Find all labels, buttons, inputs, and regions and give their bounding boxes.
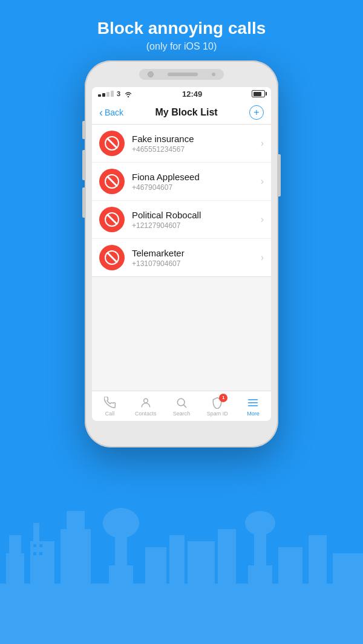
svg-rect-2 [9, 535, 21, 553]
svg-rect-15 [254, 523, 266, 584]
item-text: Political Robocall +12127904607 [132, 210, 256, 230]
blocked-icon [105, 174, 119, 189]
tab-spamid-label: Spam ID [207, 411, 228, 417]
blocked-icon [105, 212, 119, 227]
svg-rect-17 [278, 547, 302, 584]
navigation-bar: ‹ Back My Block List + [92, 100, 271, 125]
list-item[interactable]: Telemarketer +13107904607 › [92, 239, 271, 277]
status-left: 3 [98, 90, 132, 97]
wifi-icon [124, 91, 132, 97]
item-name: Fake insurance [132, 134, 256, 144]
add-icon: + [253, 108, 259, 117]
svg-rect-12 [188, 541, 215, 584]
block-icon [99, 245, 125, 270]
chevron-right-icon: › [261, 252, 264, 263]
contacts-icon [139, 396, 152, 409]
svg-rect-10 [145, 547, 166, 584]
status-bar: 3 12:49 [92, 87, 271, 100]
item-text: Fiona Appleseed +467904607 [132, 172, 256, 192]
phone-mockup: 3 12:49 [85, 60, 278, 447]
blocked-icon [105, 250, 119, 265]
status-time: 12:49 [182, 89, 202, 99]
item-text: Fake insurance +465551234567 [132, 134, 256, 154]
item-text: Telemarketer +13107904607 [132, 248, 256, 268]
back-chevron-icon: ‹ [99, 107, 103, 118]
svg-rect-22 [33, 552, 36, 555]
svg-rect-1 [6, 553, 24, 584]
add-button[interactable]: + [249, 105, 264, 120]
item-name: Political Robocall [132, 210, 256, 220]
tab-call-label: Call [105, 411, 115, 417]
front-camera [148, 71, 154, 77]
blocked-icon [105, 136, 119, 151]
item-number: +465551234567 [132, 145, 256, 154]
item-number: +467904607 [132, 183, 256, 192]
tab-bar: Call Contacts [92, 391, 271, 421]
tab-contacts[interactable]: Contacts [128, 396, 163, 417]
chevron-right-icon: › [261, 138, 264, 149]
volume-up-button [82, 150, 85, 180]
shield-icon: 1 [211, 396, 224, 409]
volume-down-button [82, 187, 85, 218]
item-name: Fiona Appleseed [132, 172, 256, 182]
svg-rect-20 [33, 544, 36, 547]
tab-search-label: Search [173, 411, 191, 417]
battery-icon [252, 90, 265, 97]
svg-rect-9 [109, 565, 133, 584]
svg-rect-8 [115, 523, 127, 584]
tab-call[interactable]: Call [92, 396, 128, 417]
header-subtitle: (only for iOS 10) [12, 41, 351, 52]
tab-more-label: More [247, 411, 260, 417]
svg-rect-16 [248, 565, 272, 584]
phone-screen: 3 12:49 [92, 87, 271, 421]
svg-point-7 [103, 508, 139, 538]
svg-rect-21 [39, 544, 42, 547]
chevron-right-icon: › [261, 214, 264, 225]
block-icon [99, 207, 125, 232]
back-label: Back [105, 108, 123, 117]
svg-rect-11 [169, 535, 185, 584]
chevron-right-icon: › [261, 176, 264, 187]
svg-rect-3 [30, 541, 54, 584]
carrier-label: 3 [117, 90, 120, 97]
svg-rect-5 [60, 529, 91, 584]
svg-rect-13 [218, 529, 236, 584]
tab-contacts-label: Contacts [135, 411, 157, 417]
svg-rect-19 [333, 553, 363, 584]
tab-more[interactable]: More [235, 396, 271, 417]
call-icon [103, 396, 117, 409]
list-item[interactable]: Political Robocall +12127904607 › [92, 201, 271, 239]
svg-point-14 [245, 511, 275, 535]
search-icon [175, 396, 188, 409]
block-icon [99, 131, 125, 156]
svg-point-24 [143, 398, 148, 403]
item-name: Telemarketer [132, 248, 256, 258]
status-right [252, 90, 265, 97]
tab-search[interactable]: Search [163, 396, 199, 417]
phone-top-bar [139, 69, 224, 80]
power-button [278, 154, 281, 197]
svg-rect-0 [0, 584, 363, 644]
list-item[interactable]: Fiona Appleseed +467904607 › [92, 163, 271, 201]
item-number: +12127904607 [132, 221, 256, 230]
list-item[interactable]: Fake insurance +465551234567 › [92, 125, 271, 163]
header-section: Block annoying calls (only for iOS 10) [0, 0, 363, 61]
mute-button [82, 121, 85, 139]
block-icon [99, 169, 125, 194]
spam-badge: 1 [219, 394, 227, 402]
svg-rect-23 [39, 552, 42, 555]
back-button[interactable]: ‹ Back [99, 107, 123, 118]
svg-point-25 [177, 398, 185, 406]
header-title: Block annoying calls [12, 18, 351, 39]
more-icon [246, 396, 260, 409]
nav-title: My Block List [155, 107, 217, 118]
block-list: Fake insurance +465551234567 › Fiona App… [92, 125, 271, 391]
item-number: +13107904607 [132, 259, 256, 268]
svg-rect-18 [309, 535, 327, 584]
svg-rect-6 [67, 511, 85, 529]
sensor [212, 73, 215, 76]
signal-icon [98, 91, 114, 97]
tab-spamid[interactable]: 1 Spam ID [200, 396, 235, 417]
svg-rect-4 [33, 523, 39, 541]
list-section: Fake insurance +465551234567 › Fiona App… [92, 125, 271, 277]
